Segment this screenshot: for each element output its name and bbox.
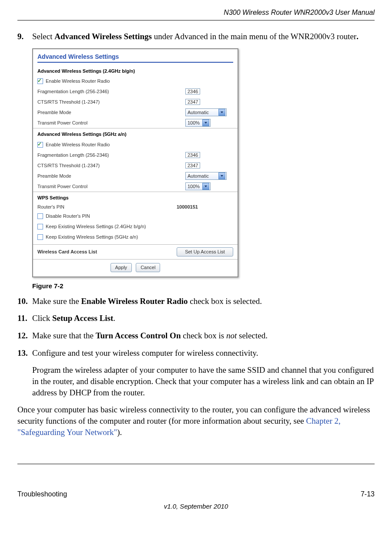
text-bold: .: [356, 32, 358, 41]
section-24ghz-head: Advanced Wireless Settings (2.4GHz b/g/n…: [33, 65, 238, 76]
keep-5-label: Keep Existing Wireless Settings (5GHz a/…: [46, 234, 233, 240]
footer-page: 7-13: [361, 490, 375, 498]
step-10-text: Make sure the Enable Wireless Router Rad…: [32, 296, 375, 307]
checkbox-disable-pin[interactable]: [37, 213, 43, 219]
cts-24-label: CTS/RTS Threshold (1-2347): [37, 99, 185, 105]
disable-pin-label: Disable Router's PIN: [46, 213, 233, 219]
access-list-label: Wireless Card Access List: [37, 249, 177, 255]
step-12-number: 12.: [17, 330, 32, 341]
step-10-number: 10.: [17, 296, 32, 307]
cancel-button[interactable]: Cancel: [136, 263, 160, 272]
cts-5-input[interactable]: 2347: [185, 162, 200, 169]
step-11-text: Click Setup Access List.: [32, 313, 375, 324]
preamble-24-value: Automatic: [188, 109, 217, 116]
text-italic: not: [226, 331, 237, 340]
step-12-text: Make sure that the Turn Access Control O…: [32, 330, 375, 341]
screenshot-panel: Advanced Wireless Settings Advanced Wire…: [32, 48, 238, 277]
txpower-5-value: 100%: [188, 183, 201, 190]
chevron-down-icon: [218, 172, 225, 179]
panel-title: Advanced Wireless Settings: [33, 49, 238, 62]
keep-24-label: Keep Existing Wireless Settings (2.4GHz …: [46, 223, 233, 230]
router-pin-value: 10000151: [177, 204, 233, 210]
preamble-24-select[interactable]: Automatic: [185, 108, 227, 116]
section-5ghz-head: Advanced Wireless Settings (5GHz a/n): [33, 128, 238, 139]
checkbox-keep-5[interactable]: [37, 234, 43, 240]
footer-version: v1.0, September 2010: [17, 503, 375, 510]
preamble-5-value: Automatic: [188, 173, 217, 179]
text-bold: Enable Wireless Router Radio: [81, 297, 188, 306]
preamble-5-select[interactable]: Automatic: [185, 172, 227, 180]
setup-access-list-button[interactable]: Set Up Access List: [177, 247, 233, 256]
text: Click: [32, 314, 52, 323]
checkbox-enable-radio-5[interactable]: [37, 142, 43, 148]
text: Make sure the: [32, 297, 81, 306]
figure-7-2: Advanced Wireless Settings Advanced Wire…: [32, 48, 375, 290]
footer-rule: [17, 464, 375, 464]
text: selected.: [237, 331, 268, 340]
chevron-down-icon: [202, 183, 209, 190]
enable-radio-24-label: Enable Wireless Router Radio: [46, 78, 233, 84]
chevron-down-icon: [202, 119, 209, 126]
footer-section: Troubleshooting: [17, 490, 67, 498]
step-9-text: Select Advanced Wireless Settings under …: [32, 31, 375, 42]
txpower-5-label: Transmit Power Control: [37, 183, 185, 190]
cts-5-label: CTS/RTS Threshold (1-2347): [37, 162, 185, 169]
text: check box is selected.: [188, 297, 261, 306]
closing-paragraph: Once your computer has basic wireless co…: [17, 404, 375, 438]
router-pin-label: Router's PIN: [37, 204, 177, 210]
preamble-24-label: Preamble Mode: [37, 109, 185, 116]
text: .: [113, 314, 115, 323]
panel-title-rule: [37, 62, 233, 63]
text-bold: Turn Access Control On: [96, 331, 181, 340]
figure-caption: Figure 7-2: [32, 282, 375, 290]
txpower-24-value: 100%: [188, 120, 201, 126]
frag-5-label: Fragmentation Length (256-2346): [37, 152, 185, 159]
step-13-number: 13.: [17, 347, 32, 359]
header-rule: [17, 20, 375, 20]
step-13-text: Configure and test your wireless compute…: [32, 347, 375, 359]
enable-radio-5-label: Enable Wireless Router Radio: [46, 142, 233, 148]
step-11-number: 11.: [17, 313, 32, 324]
txpower-24-select[interactable]: 100%: [185, 119, 211, 127]
text: ).: [117, 428, 122, 437]
apply-button[interactable]: Apply: [111, 263, 132, 272]
text: check box is: [181, 331, 226, 340]
frag-5-input[interactable]: 2346: [185, 152, 200, 158]
chevron-down-icon: [218, 109, 225, 116]
doc-title-header: N300 Wireless Router WNR2000v3 User Manu…: [17, 9, 375, 17]
text-bold: Advanced Wireless Settings: [54, 32, 152, 41]
section-wps-head: WPS Settings: [33, 192, 238, 203]
text: under Advanced in the main menu of the W…: [152, 32, 356, 41]
text-bold: Setup Access List: [52, 314, 113, 323]
step-13-subtext: Program the wireless adapter of your com…: [32, 364, 375, 398]
preamble-5-label: Preamble Mode: [37, 173, 185, 179]
checkbox-keep-24[interactable]: [37, 224, 43, 229]
step-9-number: 9.: [17, 31, 32, 42]
txpower-5-select[interactable]: 100%: [185, 182, 211, 190]
text: Make sure that the: [32, 331, 96, 340]
frag-24-label: Fragmentation Length (256-2346): [37, 88, 185, 95]
txpower-24-label: Transmit Power Control: [37, 120, 185, 126]
frag-24-input[interactable]: 2346: [185, 88, 200, 94]
text: Select: [32, 32, 54, 41]
cts-24-input[interactable]: 2347: [185, 99, 200, 105]
checkbox-enable-radio-24[interactable]: [37, 78, 43, 84]
